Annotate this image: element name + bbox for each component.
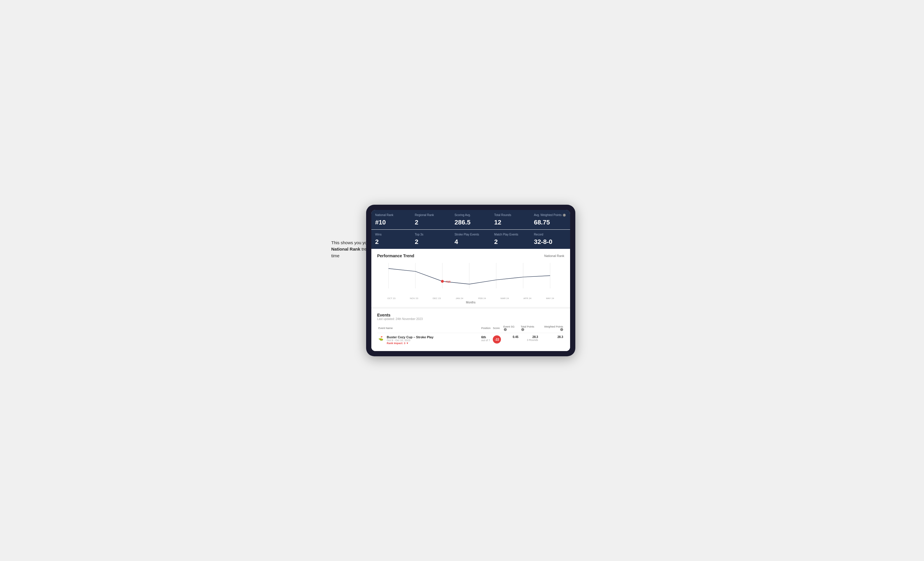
stats-grid-row1: National Rank #10 Regional Rank 2 Scorin… — [371, 210, 570, 229]
stat-total-rounds: Total Rounds 12 — [491, 210, 530, 229]
tablet-device: National Rank #10 Regional Rank 2 Scorin… — [366, 205, 575, 357]
event-golf-icon: ⛳ — [378, 336, 383, 341]
stat-avg-weighted-points-value: 68.75 — [534, 218, 566, 226]
stats-grid-row2: Wins 2 Top 3s 2 Stroke Play Events 4 Mat… — [371, 230, 570, 249]
info-icon-weighted-points: i — [560, 328, 563, 331]
stat-match-play-events-value: 2 — [494, 238, 527, 246]
event-score-badge: -22 — [493, 335, 501, 344]
events-table: Event Name Position Score Event SG i — [377, 323, 564, 347]
chart-section: Performance Trend National Rank — [371, 249, 570, 307]
chart-container: #10 — [377, 261, 564, 296]
event-position-sub: out of 7 — [481, 339, 490, 342]
event-position-cell: 6th out of 7 — [480, 333, 492, 347]
stat-total-rounds-value: 12 — [494, 218, 527, 226]
chart-header: Performance Trend National Rank — [377, 253, 564, 258]
event-weighted-points-cell: 28.3 — [539, 333, 564, 347]
stat-top3s-value: 2 — [415, 238, 447, 246]
table-row: ⛳ Buster Cozy Cup – Stroke Play Oct 9 - … — [377, 333, 564, 347]
events-title: Events — [377, 313, 564, 317]
event-score-cell: -22 — [492, 333, 502, 347]
tablet-screen: National Rank #10 Regional Rank 2 Scorin… — [371, 210, 570, 352]
stat-stroke-play-events-label: Stroke Play Events — [454, 233, 487, 236]
tooltip-text-bold: National Rank — [331, 247, 360, 251]
stat-regional-rank-label: Regional Rank — [415, 213, 447, 217]
stat-total-rounds-label: Total Rounds — [494, 213, 527, 217]
stat-scoring-avg: Scoring Avg. 286.5 — [451, 210, 490, 229]
col-event-name: Event Name — [377, 323, 480, 333]
stat-top3s: Top 3s 2 — [411, 230, 451, 248]
stat-regional-rank-value: 2 — [415, 218, 447, 226]
stat-record-value: 32-8-0 — [534, 238, 566, 246]
chart-svg: #10 — [377, 261, 564, 296]
col-position: Position — [480, 323, 492, 333]
col-total-points: Total Points i — [519, 323, 539, 333]
col-weighted-points: Weighted Points i — [539, 323, 564, 333]
stat-wins-value: 2 — [375, 238, 408, 246]
stat-record: Record 32-8-0 — [530, 230, 570, 248]
chart-marker-dot — [441, 280, 444, 283]
chart-title: Performance Trend — [377, 253, 414, 258]
chart-x-label-dec23: DEC 23 — [425, 297, 448, 300]
stat-scoring-avg-label: Scoring Avg. — [454, 213, 487, 217]
info-icon-avg-weighted: i — [563, 214, 566, 217]
chart-y-label: National Rank — [544, 254, 564, 257]
stat-match-play-events-label: Match Play Events — [494, 233, 527, 236]
chart-x-label-may24: MAY 24 — [539, 297, 561, 300]
stat-national-rank-label: National Rank — [375, 213, 408, 217]
col-score: Score — [492, 323, 502, 333]
event-total-points-sub: 3 Rounds — [521, 338, 538, 341]
stat-wins-label: Wins — [375, 233, 408, 236]
event-name: Buster Cozy Cup – Stroke Play — [387, 335, 434, 339]
event-name-cell: ⛳ Buster Cozy Cup – Stroke Play Oct 9 - … — [377, 333, 480, 347]
stat-wins: Wins 2 — [372, 230, 411, 248]
stat-record-label: Record — [534, 233, 566, 236]
col-event-sg: Event SG i — [502, 323, 519, 333]
stat-avg-weighted-points-label: Avg. Weighted Points i — [534, 213, 566, 217]
stat-national-rank-value: #10 — [375, 218, 408, 226]
stat-regional-rank: Regional Rank 2 — [411, 210, 451, 229]
info-icon-event-sg: i — [504, 328, 507, 331]
stat-top3s-label: Top 3s — [415, 233, 447, 236]
stat-avg-weighted-points: Avg. Weighted Points i 68.75 — [530, 210, 570, 229]
info-icon-total-points: i — [521, 328, 524, 331]
stat-match-play-events: Match Play Events 2 — [491, 230, 530, 248]
event-total-points-cell: 28.3 3 Rounds — [519, 333, 539, 347]
rank-impact: Rank Impact: 3 ▼ — [387, 342, 434, 345]
event-date: Oct 9 - Oct 10, 2023 — [387, 339, 434, 342]
chart-x-label-oct23: OCT 23 — [380, 297, 403, 300]
chart-x-label-jan24: JAN 24 — [448, 297, 471, 300]
rank-direction-icon: ▼ — [406, 342, 409, 345]
outer-wrapper: This shows you your National Rank trend … — [331, 205, 593, 357]
chart-x-label-apr24: APR 24 — [516, 297, 539, 300]
event-position: 6th — [481, 335, 490, 339]
chart-marker-label: #10 — [446, 280, 451, 283]
events-section: Events Last updated: 24th November 2023 … — [371, 307, 570, 352]
chart-x-label-mar24: MAR 24 — [494, 297, 516, 300]
chart-x-title: Months — [377, 301, 564, 304]
chart-x-axis: OCT 23 NOV 23 DEC 23 JAN 24 FEB 24 MAR 2… — [377, 296, 564, 300]
events-last-updated: Last updated: 24th November 2023 — [377, 317, 564, 320]
event-sg-cell: 0.45 — [502, 333, 519, 347]
stat-stroke-play-events-value: 4 — [454, 238, 487, 246]
chart-x-label-nov23: NOV 23 — [403, 297, 425, 300]
tooltip-text-part1: This shows you your — [331, 240, 371, 245]
stat-scoring-avg-value: 286.5 — [454, 218, 487, 226]
chart-x-label-feb24: FEB 24 — [471, 297, 494, 300]
stat-national-rank: National Rank #10 — [372, 210, 411, 229]
stat-stroke-play-events: Stroke Play Events 4 — [451, 230, 490, 248]
